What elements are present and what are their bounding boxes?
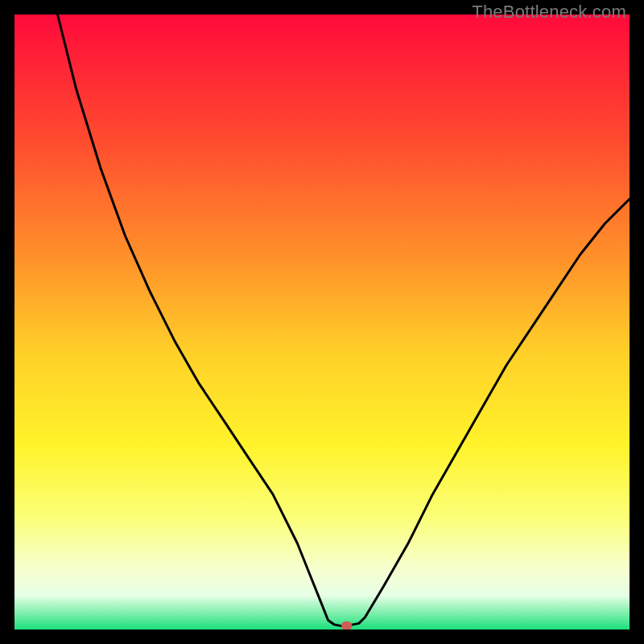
chart-background — [14, 14, 630, 630]
chart-svg — [14, 14, 630, 630]
optimal-point-marker — [341, 621, 352, 630]
watermark-text: TheBottleneck.com — [472, 2, 626, 23]
chart-frame — [14, 14, 630, 630]
